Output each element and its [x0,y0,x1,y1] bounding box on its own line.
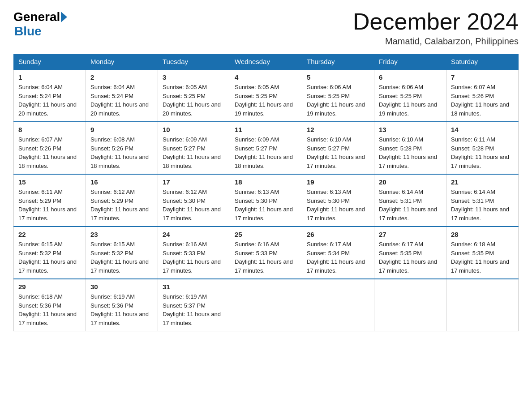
column-header-thursday: Thursday [302,54,374,70]
sunset-text: Sunset: 5:30 PM [307,197,350,204]
day-number: 27 [379,231,442,238]
day-info: Sunrise: 6:11 AM Sunset: 5:29 PM Dayligh… [18,188,81,223]
sunrise-text: Sunrise: 6:10 AM [379,136,423,143]
sunset-text: Sunset: 5:24 PM [18,93,61,99]
daylight-text: Daylight: 11 hours and 17 minutes. [307,258,365,274]
sunrise-text: Sunrise: 6:19 AM [163,293,207,300]
sunrise-text: Sunrise: 6:06 AM [307,84,351,90]
sunset-text: Sunset: 5:35 PM [451,250,494,257]
day-info: Sunrise: 6:14 AM Sunset: 5:31 PM Dayligh… [379,188,442,223]
calendar-table: SundayMondayTuesdayWednesdayThursdayFrid… [13,54,519,331]
sunrise-text: Sunrise: 6:15 AM [18,241,63,248]
daylight-text: Daylight: 11 hours and 19 minutes. [307,101,365,117]
daylight-text: Daylight: 11 hours and 17 minutes. [163,206,221,222]
day-number: 11 [235,126,297,133]
logo-blue-text: Blue [14,24,42,39]
column-header-tuesday: Tuesday [158,54,230,70]
calendar-cell: 15 Sunrise: 6:11 AM Sunset: 5:29 PM Dayl… [14,174,86,227]
day-info: Sunrise: 6:17 AM Sunset: 5:34 PM Dayligh… [307,240,369,275]
day-info: Sunrise: 6:08 AM Sunset: 5:26 PM Dayligh… [90,135,153,170]
calendar-cell [302,279,374,331]
day-info: Sunrise: 6:15 AM Sunset: 5:32 PM Dayligh… [18,240,81,275]
calendar-cell: 14 Sunrise: 6:11 AM Sunset: 5:28 PM Dayl… [446,122,519,174]
sunset-text: Sunset: 5:28 PM [451,145,494,152]
daylight-text: Daylight: 11 hours and 17 minutes. [451,154,509,169]
sunset-text: Sunset: 5:36 PM [18,302,61,309]
sunrise-text: Sunrise: 6:19 AM [90,293,135,300]
daylight-text: Daylight: 11 hours and 17 minutes. [379,154,437,169]
calendar-week-row: 29 Sunrise: 6:18 AM Sunset: 5:36 PM Dayl… [14,279,519,331]
calendar-cell: 27 Sunrise: 6:17 AM Sunset: 5:35 PM Dayl… [374,227,446,279]
sunrise-text: Sunrise: 6:16 AM [235,241,279,248]
daylight-text: Daylight: 11 hours and 17 minutes. [307,206,365,222]
sunset-text: Sunset: 5:26 PM [451,93,494,99]
daylight-text: Daylight: 11 hours and 17 minutes. [379,206,437,222]
sunset-text: Sunset: 5:29 PM [18,197,61,204]
calendar-cell: 21 Sunrise: 6:14 AM Sunset: 5:31 PM Dayl… [446,174,519,227]
calendar-cell: 18 Sunrise: 6:13 AM Sunset: 5:30 PM Dayl… [230,174,302,227]
sunrise-text: Sunrise: 6:05 AM [163,84,207,90]
sunrise-text: Sunrise: 6:13 AM [307,188,351,195]
calendar-cell: 4 Sunrise: 6:05 AM Sunset: 5:25 PM Dayli… [230,69,302,122]
calendar-cell: 20 Sunrise: 6:14 AM Sunset: 5:31 PM Dayl… [374,174,446,227]
sunrise-text: Sunrise: 6:07 AM [18,136,63,143]
sunrise-text: Sunrise: 6:14 AM [451,188,495,195]
sunset-text: Sunset: 5:30 PM [163,197,206,204]
calendar-cell: 25 Sunrise: 6:16 AM Sunset: 5:33 PM Dayl… [230,227,302,279]
sunset-text: Sunset: 5:36 PM [90,302,133,309]
day-info: Sunrise: 6:04 AM Sunset: 5:24 PM Dayligh… [18,83,81,118]
day-info: Sunrise: 6:16 AM Sunset: 5:33 PM Dayligh… [235,240,297,275]
sunrise-text: Sunrise: 6:09 AM [163,136,207,143]
day-number: 19 [307,178,369,186]
sunrise-text: Sunrise: 6:08 AM [90,136,135,143]
calendar-cell: 30 Sunrise: 6:19 AM Sunset: 5:36 PM Dayl… [86,279,158,331]
day-info: Sunrise: 6:18 AM Sunset: 5:36 PM Dayligh… [18,292,81,327]
day-number: 28 [451,231,514,238]
sunrise-text: Sunrise: 6:18 AM [18,293,63,300]
calendar-cell: 13 Sunrise: 6:10 AM Sunset: 5:28 PM Dayl… [374,122,446,174]
calendar-week-row: 1 Sunrise: 6:04 AM Sunset: 5:24 PM Dayli… [14,69,519,122]
day-number: 22 [18,231,81,238]
day-info: Sunrise: 6:14 AM Sunset: 5:31 PM Dayligh… [451,188,514,223]
calendar-cell: 29 Sunrise: 6:18 AM Sunset: 5:36 PM Dayl… [14,279,86,331]
day-info: Sunrise: 6:15 AM Sunset: 5:32 PM Dayligh… [90,240,153,275]
daylight-text: Daylight: 11 hours and 20 minutes. [163,101,221,117]
calendar-cell: 28 Sunrise: 6:18 AM Sunset: 5:35 PM Dayl… [446,227,519,279]
sunrise-text: Sunrise: 6:06 AM [379,84,423,90]
day-info: Sunrise: 6:12 AM Sunset: 5:29 PM Dayligh… [90,188,153,223]
sunset-text: Sunset: 5:28 PM [379,145,422,152]
sunrise-text: Sunrise: 6:15 AM [90,241,135,248]
day-info: Sunrise: 6:19 AM Sunset: 5:36 PM Dayligh… [90,292,153,327]
daylight-text: Daylight: 11 hours and 17 minutes. [90,258,149,274]
sunrise-text: Sunrise: 6:10 AM [307,136,351,143]
sunset-text: Sunset: 5:25 PM [163,93,206,99]
day-number: 16 [90,178,153,186]
daylight-text: Daylight: 11 hours and 19 minutes. [379,101,437,117]
daylight-text: Daylight: 11 hours and 18 minutes. [163,154,221,169]
sunrise-text: Sunrise: 6:13 AM [235,188,279,195]
day-number: 20 [379,178,442,186]
column-header-monday: Monday [86,54,158,70]
day-number: 31 [163,283,225,291]
day-info: Sunrise: 6:04 AM Sunset: 5:24 PM Dayligh… [90,83,153,118]
calendar-cell: 2 Sunrise: 6:04 AM Sunset: 5:24 PM Dayli… [86,69,158,122]
day-number: 24 [163,231,225,238]
sunset-text: Sunset: 5:29 PM [90,197,133,204]
sunset-text: Sunset: 5:37 PM [163,302,206,309]
sunrise-text: Sunrise: 6:11 AM [18,188,63,195]
sunset-text: Sunset: 5:33 PM [235,250,278,257]
daylight-text: Daylight: 11 hours and 17 minutes. [235,258,293,274]
day-number: 9 [90,126,153,133]
day-number: 3 [163,73,225,81]
day-info: Sunrise: 6:07 AM Sunset: 5:26 PM Dayligh… [18,135,81,170]
daylight-text: Daylight: 11 hours and 17 minutes. [451,206,509,222]
sunset-text: Sunset: 5:32 PM [18,250,61,257]
sunset-text: Sunset: 5:26 PM [90,145,133,152]
column-header-saturday: Saturday [446,54,519,70]
sunset-text: Sunset: 5:27 PM [163,145,206,152]
sunset-text: Sunset: 5:27 PM [235,145,278,152]
calendar-cell: 8 Sunrise: 6:07 AM Sunset: 5:26 PM Dayli… [14,122,86,174]
daylight-text: Daylight: 11 hours and 18 minutes. [451,101,509,117]
calendar-cell: 7 Sunrise: 6:07 AM Sunset: 5:26 PM Dayli… [446,69,519,122]
daylight-text: Daylight: 11 hours and 17 minutes. [90,311,149,326]
